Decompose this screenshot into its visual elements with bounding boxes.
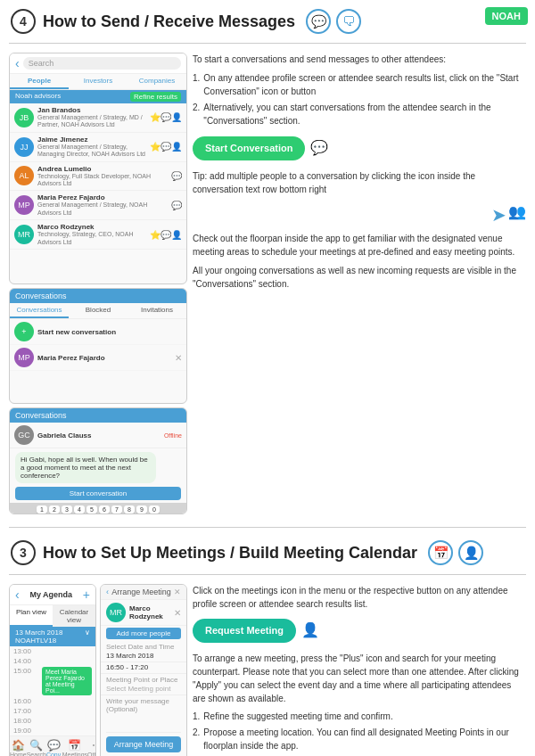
person-row[interactable]: MP Maria Perez Fajardo General Managemen… — [10, 191, 186, 220]
nav-search[interactable]: 🔍Search — [27, 739, 46, 756]
location-value[interactable]: Select Meeting point — [101, 684, 186, 695]
key[interactable]: 7 — [111, 505, 122, 514]
key[interactable]: 5 — [86, 505, 97, 514]
tab-calendar-view[interactable]: Calendar view — [53, 605, 95, 627]
avatar: + — [14, 322, 34, 341]
chat-header-title: Conversations — [15, 411, 67, 420]
avatar: JB — [14, 108, 34, 127]
step-number: 1. — [193, 710, 200, 723]
section4-phones: ‹ Search People Investors Companies Noah… — [9, 53, 187, 518]
conversations-header: Conversations — [10, 289, 186, 303]
chevron-down-icon[interactable]: ∨ — [85, 629, 90, 645]
person-role: Technology, Full Stack Developer, NOAH A… — [37, 173, 168, 188]
person-row[interactable]: JB Jan Brandos General Management / Stra… — [10, 103, 186, 133]
section3-top-divider — [9, 527, 526, 528]
person-row[interactable]: AL Andrea Lumelio Technology, Full Stack… — [10, 162, 186, 192]
key[interactable]: 0 — [149, 505, 160, 514]
person-info: Jan Brandos General Management / Strateg… — [37, 106, 146, 129]
tip-text: Tip: add multiple people to a conversati… — [193, 169, 526, 196]
list-item: 1. Refine the suggested meeting time and… — [193, 710, 526, 723]
section3-divider — [9, 574, 526, 575]
person-row[interactable]: JJ Jaime Jimenez General Management / St… — [10, 133, 186, 162]
avatar: MR — [106, 603, 126, 622]
start-conversation-cta[interactable]: Start Conversation — [193, 136, 305, 160]
key[interactable]: 3 — [62, 505, 72, 514]
person-row[interactable]: MR Marco Rodzynek Technology, Strategy, … — [10, 220, 186, 250]
key[interactable]: 6 — [99, 505, 110, 514]
person-info: Jaime Jimenez General Management / Strat… — [37, 136, 146, 159]
person-role: General Management / Strategy, NOAH Advi… — [37, 201, 168, 217]
visibility-text: All your ongoing conversations as well a… — [193, 264, 526, 291]
nav-conversations[interactable]: 💬Conv. — [46, 739, 62, 756]
step-text: Alternatively, you can start conversatio… — [203, 101, 526, 127]
s3-detail-text: To arrange a new meeting, press the "Plu… — [193, 652, 526, 705]
person-info: Andrea Lumelio Technology, Full Stack De… — [37, 165, 168, 188]
add-agenda-button[interactable]: + — [83, 588, 90, 602]
tab-invitations[interactable]: Invitations — [128, 303, 186, 318]
field-label: Meeting Point or Place — [101, 674, 186, 684]
key[interactable]: 2 — [49, 505, 60, 514]
close-icon[interactable]: ✕ — [174, 588, 181, 596]
person-down-icon: 👤 — [458, 540, 483, 565]
start-conversation-button[interactable]: Start conversation — [15, 487, 181, 500]
section4-instructions: To start a conversations and send messag… — [193, 53, 526, 518]
back-icon[interactable]: ‹ — [15, 56, 20, 70]
section3-header: 3 How to Set Up Meetings / Build Meeting… — [0, 531, 535, 571]
person-actions: 💬 — [171, 171, 182, 181]
step-number: 1. — [193, 71, 200, 98]
key[interactable]: 8 — [124, 505, 135, 514]
request-meeting-cta[interactable]: Request Meeting — [193, 619, 296, 643]
avatar: AL — [14, 166, 34, 185]
section4-body: ‹ Search People Investors Companies Noah… — [0, 47, 535, 523]
phone-agenda-screen: ‹ My Agenda + Plan view Calendar view 13… — [9, 584, 96, 756]
person-role: General Management / Strategy, Managing … — [37, 144, 146, 159]
conv-item[interactable]: MP Maria Perez Fajardo ✕ — [10, 345, 186, 371]
filter-action[interactable]: Refine results — [130, 92, 181, 102]
chat-message: Hi Gabi, hope all is well. When would be… — [15, 452, 156, 483]
step-text: On any attendee profile screen or attend… — [203, 71, 526, 98]
person-role: General Management / Strategy, MD / Part… — [37, 114, 146, 129]
time-value: 16:50 - 17:20 — [101, 662, 186, 674]
back-icon[interactable]: ‹ — [15, 588, 20, 602]
arrow-icon: ➤ — [491, 201, 506, 228]
tab-plan-view[interactable]: Plan view — [10, 605, 53, 627]
intro-text: To start a conversations and send messag… — [193, 53, 526, 66]
tab-blocked[interactable]: Blocked — [69, 303, 128, 318]
tab-investors[interactable]: Investors — [69, 74, 128, 89]
tab-conversations[interactable]: Conversations — [10, 303, 69, 318]
nav-others[interactable]: ⋯Others — [87, 739, 96, 756]
start-new-conv-item[interactable]: + Start new conversation — [10, 319, 186, 345]
step-text: Refine the suggested meeting time and co… — [203, 710, 392, 723]
arrange-meeting-button[interactable]: Arrange Meeting — [106, 736, 181, 752]
tab-companies[interactable]: Companies — [128, 74, 186, 89]
phone-people-screen: ‹ Search People Investors Companies Noah… — [9, 53, 187, 284]
key[interactable]: 9 — [136, 505, 147, 514]
search-bar[interactable]: Search — [23, 57, 181, 70]
conv-info: Maria Perez Fajardo — [37, 354, 171, 362]
meeting-block[interactable]: Meet Maria Perez Fajardo at Meeting Poi.… — [42, 667, 92, 695]
key[interactable]: 4 — [74, 505, 85, 514]
nav-bar: 🏠Home 🔍Search 💬Conv. 📅Meetings ⋯Others — [10, 735, 95, 756]
key[interactable]: 1 — [37, 505, 47, 514]
time-slot: 14:00 — [10, 656, 95, 666]
close-icon[interactable]: ✕ — [175, 353, 182, 363]
list-item: 2. Alternatively, you can start conversa… — [193, 101, 526, 127]
conv-info: Start new conversation — [37, 328, 182, 336]
chat-person-name: Gabriela Clauss — [37, 431, 91, 440]
back-icon[interactable]: ‹ — [106, 588, 109, 596]
tab-people[interactable]: People — [10, 74, 69, 89]
field-label: Write your message (Optional) — [101, 695, 186, 713]
s3-intro-text: Click on the meetings icon in the menu o… — [193, 584, 526, 611]
person-name: Andrea Lumelio — [37, 165, 168, 173]
agenda-date: 13 March 2018 NOAHTLV18 ∨ — [10, 627, 95, 646]
nav-meetings[interactable]: 📅Meetings — [62, 739, 87, 756]
conv-name: Start new conversation — [37, 328, 182, 336]
nav-home[interactable]: 🏠Home — [10, 739, 27, 756]
add-people-button[interactable]: Add more people — [106, 628, 181, 639]
floorplan-text: Check out the floorpan inside the app to… — [193, 232, 526, 259]
step-number: 2. — [193, 726, 200, 752]
arrange-title: Arrange Meeting — [111, 588, 171, 596]
agenda-tabs: Plan view Calendar view — [10, 605, 95, 627]
close-icon[interactable]: ✕ — [174, 608, 181, 618]
step-number: 2. — [193, 101, 200, 127]
